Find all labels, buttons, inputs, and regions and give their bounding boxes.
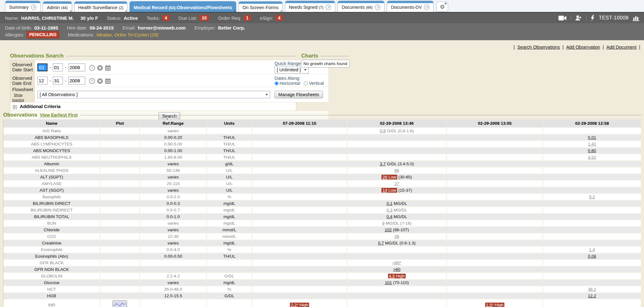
observation-value-link[interactable]: 27 [394,181,399,186]
start-year-input[interactable] [68,63,85,71]
observation-value-link[interactable]: 3.7 [380,162,386,166]
clear-date-icon[interactable] [97,78,103,84]
observation-value-link[interactable]: 0.1 [386,201,392,206]
tab-documents-dv[interactable]: Documents-DV↗ [387,1,434,12]
observation-ref-range: varies [140,187,207,194]
observation-value-link[interactable]: 1.5* [486,303,494,307]
observation-value-link[interactable]: 0.2 [589,195,595,199]
end-day-input[interactable] [53,77,63,85]
medication-link[interactable]: Miralax [97,32,112,37]
observation-value-link[interactable]: 1.41 [588,142,596,146]
dates-along-vertical-radio[interactable]: Vertical [304,81,324,86]
observation-value-link[interactable]: 0.01 [588,135,596,140]
observation-value-cell [447,194,543,200]
observation-value-link[interactable]: 0.4 [386,214,392,219]
observation-units: % [207,247,252,253]
observation-value-link[interactable]: 4.5 [389,274,395,278]
tab-admin[interactable]: Admin (44) [43,1,72,12]
observation-units: TH/UL [207,154,252,161]
gear-small-icon: ⚙ [444,2,447,5]
observation-value-link[interactable]: 2.2* [291,303,298,307]
order-req-count-badge[interactable]: 1 [244,15,251,21]
add-document-link[interactable]: Add Document [606,45,636,50]
additional-criteria-label[interactable]: Additional Criteria [20,104,61,109]
observation-value-cell: 0.4 MG/DL [347,214,447,220]
medication-link[interactable]: Ortho Tri-Cyclen (28) [114,32,158,37]
start-month-input[interactable] [37,63,47,71]
clock-icon[interactable] [89,78,95,84]
tab-medical-record[interactable]: Medical Record (53):Observations/Flowshe… [130,1,236,12]
column-header: 02-29-2008 12:58 [543,119,641,128]
observation-value-cell [252,207,347,214]
patient-id: TEST-10008 [599,15,629,21]
observation-value-cell [447,154,543,161]
observation-value-link[interactable]: 0.7 [378,241,384,245]
observation-value-link[interactable]: 101 [385,280,392,285]
allergy-badge[interactable]: PENICILLINS [27,31,59,38]
observation-row: CO222-30mmol/L26 [3,233,641,240]
observation-value-link[interactable]: 9 [382,221,385,226]
clear-date-icon[interactable] [97,65,103,71]
observation-value-cell [447,200,543,207]
add-person-icon[interactable] [575,15,582,21]
dates-along-horizontal-radio[interactable]: Horizontal [275,81,300,86]
observation-value-link[interactable]: 14 [382,188,387,193]
start-day-input[interactable] [53,63,63,71]
lightning-bolt-icon[interactable] [591,15,595,21]
observation-value-link[interactable]: >60 [393,267,400,272]
observation-value-cell [447,247,543,253]
tab-summary[interactable]: Summary↗ [5,1,41,12]
observation-value-link[interactable]: 3.52 [588,155,596,160]
end-year-input[interactable] [68,77,85,85]
observation-value-link[interactable]: 38.2 [588,287,596,292]
tab-documents[interactable]: Documents (66)↗ [337,1,385,12]
video-camera-icon[interactable] [558,15,567,21]
observation-value-link[interactable]: 0.60 [588,148,596,153]
observation-units: U/L [207,181,252,187]
observation-value-cell [347,293,447,299]
observation-value-cell [347,253,447,260]
show-inactive-link[interactable]: Show Inactive [12,93,24,102]
observation-ref-range: varies [140,161,207,167]
observation-value-link[interactable]: 0.8 [380,129,386,133]
end-month-input[interactable] [37,77,47,85]
tab-health-surveillance[interactable]: Health Surveillance (2) [74,1,128,12]
tab-needs-signed[interactable]: Needs Signed (7)↗ [285,1,336,12]
view-earliest-first-link[interactable]: View Earliest First [40,112,78,118]
add-observation-link[interactable]: Add Observation [566,45,600,50]
observation-value-cell [252,233,347,240]
esign-count-badge[interactable]: 4 [275,15,283,21]
observation-ref-range: 0.00-1.00 [140,148,207,154]
tasks-count-badge[interactable]: 4 [162,15,170,21]
calendar-icon[interactable] [105,65,111,71]
bar-chart-icon[interactable] [633,15,640,21]
observation-value-link[interactable]: 12.2 [588,293,596,298]
observation-value-cell [543,167,641,174]
observation-value-link[interactable]: >60* [392,260,401,265]
observation-value-cell [543,214,641,220]
observation-value-link[interactable]: 0.08 [588,254,596,259]
observation-value-cell [252,154,347,161]
observation-name: A/G Ratio [3,128,100,134]
observation-value-link[interactable]: 26 [382,175,387,179]
calendar-icon[interactable] [105,78,111,84]
plot-sparkline-button[interactable] [113,300,127,307]
observation-value-link[interactable]: 1.4 [589,247,595,252]
order-req-label: Order Req: [218,15,241,21]
observation-value-link[interactable]: 26 [394,234,399,239]
observation-value-link[interactable]: 0.3 [386,208,392,212]
external-link-icon: ↗ [375,4,380,10]
observation-name: Creatinine [3,240,100,247]
expand-plus-icon[interactable]: + [13,105,17,109]
clock-icon[interactable] [89,65,95,71]
manage-flowsheets-button[interactable]: Manage Flowsheets [275,91,323,98]
observation-value-link[interactable]: 86 [394,168,399,173]
due-list-count-badge[interactable]: 10 [199,15,209,21]
search-observations-link[interactable]: Search Observations [517,45,560,50]
tab-settings-button[interactable]: ⚙⚙ [436,2,448,12]
flowsheet-select[interactable]: [ All Observations ] [37,91,270,98]
observation-value-link[interactable]: 102 [385,228,392,232]
observation-value-cell [252,128,347,134]
tab-on-screen-forms[interactable]: On Screen Forms [238,1,282,12]
observation-row: ALT (SGPT)variesU/L26 Low (30-65) [3,174,641,181]
